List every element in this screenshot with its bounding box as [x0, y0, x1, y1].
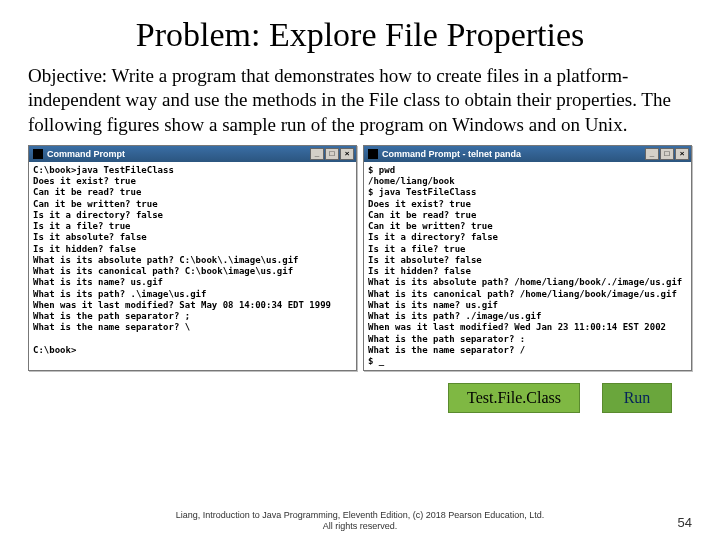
windows-terminal: Command Prompt _ □ × C:\book>java TestFi… — [28, 145, 357, 372]
unix-terminal-title: Command Prompt - telnet panda — [382, 149, 521, 159]
close-button[interactable]: × — [675, 148, 689, 160]
footer: Liang, Introduction to Java Programming,… — [0, 510, 720, 532]
minimize-button[interactable]: _ — [310, 148, 324, 160]
windows-terminal-output: C:\book>java TestFileClass Does it exist… — [29, 162, 356, 359]
page-title: Problem: Explore File Properties — [28, 16, 692, 54]
windows-terminal-title: Command Prompt — [47, 149, 125, 159]
unix-terminal-titlebar: Command Prompt - telnet panda _ □ × — [364, 146, 691, 162]
cmd-icon — [368, 149, 378, 159]
windows-terminal-titlebar: Command Prompt _ □ × — [29, 146, 356, 162]
unix-terminal: Command Prompt - telnet panda _ □ × $ pw… — [363, 145, 692, 372]
maximize-button[interactable]: □ — [660, 148, 674, 160]
unix-terminal-output: $ pwd /home/liang/book $ java TestFileCl… — [364, 162, 691, 371]
run-button[interactable]: Run — [602, 383, 672, 413]
objective-text: Objective: Write a program that demonstr… — [28, 64, 692, 137]
minimize-button[interactable]: _ — [645, 148, 659, 160]
slide: Problem: Explore File Properties Objecti… — [0, 0, 720, 540]
cmd-icon — [33, 149, 43, 159]
footer-line-1: Liang, Introduction to Java Programming,… — [0, 510, 720, 521]
terminal-row: Command Prompt _ □ × C:\book>java TestFi… — [28, 145, 692, 372]
close-button[interactable]: × — [340, 148, 354, 160]
footer-line-2: All rights reserved. — [0, 521, 720, 532]
button-row: Test.File.Class Run — [28, 383, 692, 413]
test-file-class-button[interactable]: Test.File.Class — [448, 383, 580, 413]
maximize-button[interactable]: □ — [325, 148, 339, 160]
page-number: 54 — [678, 515, 692, 530]
